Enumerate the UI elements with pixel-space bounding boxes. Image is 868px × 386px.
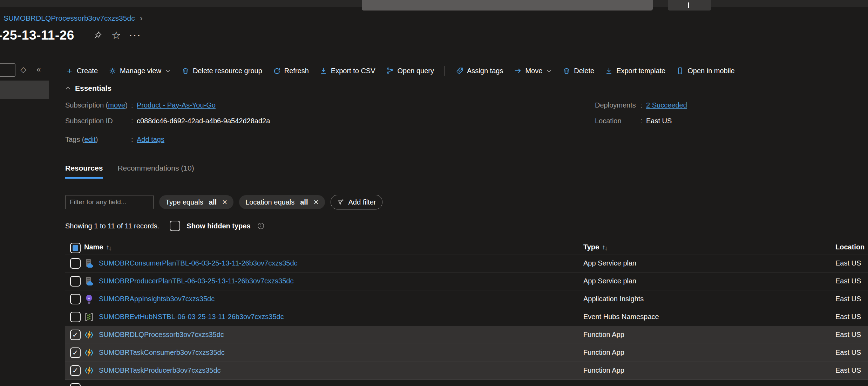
row-checkbox[interactable] — [70, 258, 81, 269]
row-checkbox[interactable] — [70, 383, 81, 386]
open-in-mobile-button[interactable]: Open in mobile — [676, 67, 735, 75]
table-row[interactable]: SUMOBRProducerPlanTBL-06-03-25-13-11-26b… — [65, 273, 868, 290]
trash-icon — [562, 67, 571, 75]
command-bar: + Create Manage view Delete resource gro… — [65, 64, 735, 77]
gear-icon — [108, 67, 117, 75]
location-filter-pill[interactable]: Location equalsall × — [239, 195, 325, 209]
tag-icon — [455, 67, 464, 75]
select-all-checkbox[interactable] — [70, 243, 81, 253]
essentials-deployments-row: Deployments : 2 Succeeded — [595, 101, 687, 109]
topbar-account-button[interactable] — [668, 0, 711, 11]
table-row[interactable]: ✓ SUMOBRDLQProcessorb3ov7cxzs35dc Functi… — [65, 326, 868, 344]
indeterminate-mark — [73, 245, 78, 251]
move-button[interactable]: Move — [514, 67, 552, 75]
star-icon[interactable]: ☆ — [111, 30, 121, 41]
toolbar-rule — [65, 81, 868, 81]
chevron-right-icon: › — [140, 13, 143, 23]
global-search-input[interactable] — [362, 0, 653, 11]
download-icon — [605, 67, 613, 75]
tab-recommendations[interactable]: Recommendations (10) — [117, 164, 194, 177]
essentials-toggle[interactable]: Essentials — [65, 84, 111, 92]
event-hubs-namespace-icon — [84, 312, 94, 322]
open-query-button[interactable]: Open query — [386, 67, 434, 75]
resource-link[interactable]: SUMOBRAppInsightsb3ov7cxzs35dc — [99, 295, 215, 303]
show-hidden-types-label: Show hidden types — [187, 222, 250, 230]
sort-icon: ↑↓ — [602, 243, 607, 251]
sidebar-search-input[interactable] — [0, 63, 15, 77]
close-icon[interactable]: × — [313, 198, 318, 206]
show-hidden-types-checkbox[interactable] — [170, 221, 180, 231]
page-title: -25-13-11-26 — [0, 28, 74, 43]
row-checkbox[interactable] — [70, 294, 81, 304]
refresh-icon — [273, 67, 281, 75]
location-value: East US — [646, 117, 672, 125]
check-icon: ✓ — [72, 349, 79, 357]
arrow-right-icon — [514, 67, 522, 75]
trash-icon — [181, 67, 190, 75]
row-checkbox-checked[interactable]: ✓ — [70, 330, 81, 340]
more-options-icon[interactable]: ··· — [129, 30, 142, 41]
subscription-link[interactable]: Product - Pay-As-You-Go — [137, 101, 216, 109]
export-template-button[interactable]: Export template — [605, 67, 665, 75]
row-checkbox-checked[interactable]: ✓ — [70, 365, 81, 376]
move-link[interactable]: move — [108, 101, 125, 109]
table-row[interactable]: SUMOBRAppInsightsb3ov7cxzs35dc Applicati… — [65, 290, 868, 308]
row-checkbox[interactable] — [70, 312, 81, 322]
table-row[interactable]: ✓ SUMOBRTaskProducerb3ov7cxzs35dc Functi… — [65, 362, 868, 380]
delete-resource-group-button[interactable]: Delete resource group — [181, 67, 262, 75]
close-icon[interactable]: × — [222, 198, 227, 206]
table-row[interactable]: SUMOBREvtHubNSTBL-06-03-25-13-11-26b3ov7… — [65, 308, 868, 326]
resource-link[interactable]: SUMOBRTaskConsumerb3ov7cxzs35dc — [99, 349, 225, 357]
collapse-sidebar-icon[interactable]: « — [36, 65, 41, 74]
chevron-up-icon — [65, 86, 71, 90]
deployments-link[interactable]: 2 Succeeded — [646, 101, 687, 109]
info-icon[interactable] — [257, 222, 265, 230]
resource-link[interactable]: SUMOBRConsumerPlanTBL-06-03-25-13-11-26b… — [99, 259, 298, 267]
resource-link[interactable]: SUMOBRDLQProcessorb3ov7cxzs35dc — [99, 331, 224, 339]
add-filter-button[interactable]: Add filter — [331, 195, 383, 209]
table-row[interactable]: ✓ SUMOBRTaskConsumerb3ov7cxzs35dc Functi… — [65, 344, 868, 362]
query-icon — [386, 67, 394, 75]
chevron-down-icon — [546, 68, 552, 74]
table-row[interactable] — [65, 380, 868, 386]
create-button[interactable]: + Create — [65, 67, 98, 75]
column-header-name[interactable]: Name↑↓ — [84, 243, 111, 251]
resource-group-page: SUMOBRDLQProcessorb3ov7cxzs35dc › -25-13… — [0, 0, 868, 386]
chevron-down-icon — [165, 68, 171, 74]
refresh-button[interactable]: Refresh — [273, 67, 309, 75]
type-filter-pill[interactable]: Type equalsall × — [159, 195, 233, 209]
records-summary: Showing 1 to 11 of 11 records. — [65, 222, 159, 230]
filter-input[interactable] — [65, 195, 154, 209]
table-header: Name↑↓ Type↑↓ Location↑ — [65, 242, 868, 255]
edit-tags-link[interactable]: edit — [84, 136, 95, 143]
app-service-plan-icon — [84, 276, 94, 286]
function-app-icon — [84, 348, 94, 358]
filter-bar: Type equalsall × Location equalsall × Ad… — [65, 195, 382, 209]
essentials-subscription-id-row: Subscription ID : c088dc46-d692-42ad-a4b… — [65, 117, 270, 125]
row-checkbox[interactable] — [70, 276, 81, 287]
sort-icon: ↑↓ — [106, 243, 111, 251]
resource-link[interactable]: SUMOBRTaskProducerb3ov7cxzs35dc — [99, 366, 221, 374]
check-icon: ✓ — [72, 331, 79, 339]
pin-icon[interactable] — [93, 31, 102, 40]
table-row[interactable]: SUMOBRConsumerPlanTBL-06-03-25-13-11-26b… — [65, 255, 868, 273]
column-header-type[interactable]: Type↑↓ — [583, 243, 607, 251]
tab-bar: Resources Recommendations (10) — [65, 164, 194, 179]
add-tags-link[interactable]: Add tags — [137, 136, 164, 144]
delete-button[interactable]: Delete — [562, 67, 594, 75]
row-checkbox-checked[interactable]: ✓ — [70, 347, 81, 358]
essentials-tags-row: Tags (edit) : Add tags — [65, 136, 164, 144]
resource-link[interactable]: SUMOBREvtHubNSTBL-06-03-25-13-11-26b3ov7… — [99, 313, 284, 321]
breadcrumb-link[interactable]: SUMOBRDLQProcessorb3ov7cxzs35dc — [4, 14, 135, 22]
subscription-id-value: c088dc46-d692-42ad-a4b6-9a542d28ad2a — [137, 117, 270, 125]
manage-view-button[interactable]: Manage view — [108, 67, 171, 75]
sidebar-selected-item[interactable] — [0, 81, 49, 99]
diamond-icon[interactable]: ◇ — [20, 65, 26, 74]
column-header-location[interactable]: Location↑ — [835, 243, 864, 251]
assign-tags-button[interactable]: Assign tags — [455, 67, 503, 75]
resource-link[interactable]: SUMOBRProducerPlanTBL-06-03-25-13-11-26b… — [99, 277, 293, 285]
check-icon: ✓ — [72, 366, 79, 375]
tab-resources[interactable]: Resources — [65, 164, 103, 179]
phone-icon — [676, 67, 684, 75]
export-to-csv-button[interactable]: Export to CSV — [319, 67, 375, 75]
